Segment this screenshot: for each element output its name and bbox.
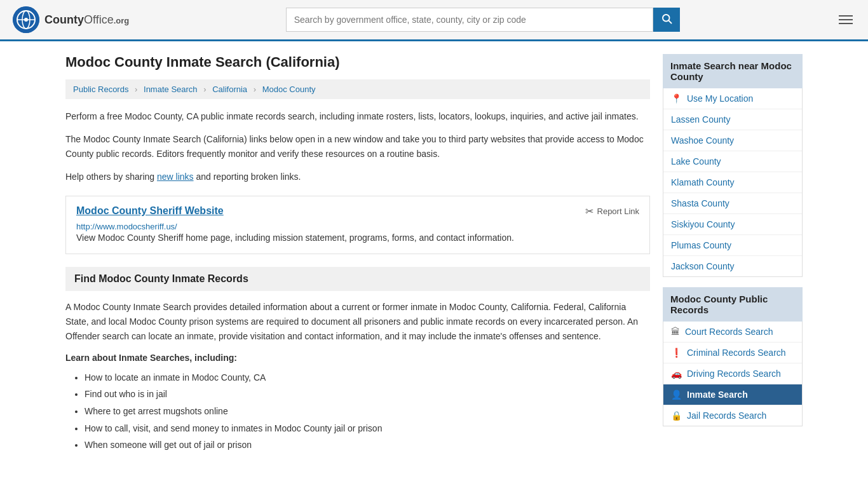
link-card-header: Modoc County Sheriff Website ✂ Report Li… — [76, 205, 639, 217]
link-url[interactable]: http://www.modocsheriff.us/ — [76, 222, 177, 231]
sidebar-item-driving-records[interactable]: 🚗 Driving Records Search — [663, 363, 802, 384]
sidebar-item-criminal-records[interactable]: ❗ Criminal Records Search — [663, 342, 802, 363]
use-location-link[interactable]: Use My Location — [687, 93, 753, 104]
jail-icon: 🔒 — [671, 410, 682, 421]
page-title: Modoc County Inmate Search (California) — [65, 54, 650, 71]
inmate-search-link[interactable]: Inmate Search — [687, 390, 748, 400]
link-card-title[interactable]: Modoc County Sheriff Website — [76, 205, 224, 217]
sidebar-item-lassen[interactable]: Lassen County — [663, 109, 802, 130]
sidebar-item-use-location[interactable]: 📍 Use My Location — [663, 88, 802, 109]
bullet-list: How to locate an inmate in Modoc County,… — [65, 369, 650, 454]
report-link-button[interactable]: ✂ Report Link — [585, 205, 639, 217]
menu-line — [839, 15, 853, 17]
sidebar-inmate-list: 📍 Use My Location Lassen County Washoe C… — [663, 88, 803, 277]
breadcrumb-sep: › — [203, 85, 206, 94]
inmate-icon: 👤 — [671, 390, 682, 400]
driving-icon: 🚗 — [671, 369, 682, 379]
bullet-item: When someone will get out of jail or pri… — [85, 437, 650, 454]
new-links-link[interactable]: new links — [157, 172, 194, 182]
bullet-item: Find out who is in jail — [85, 386, 650, 403]
sidebar-public-records-header: Modoc County Public Records — [663, 287, 803, 322]
lassen-county-link[interactable]: Lassen County — [671, 114, 730, 125]
shasta-county-link[interactable]: Shasta County — [671, 198, 729, 208]
breadcrumb-sep: › — [135, 85, 137, 94]
jail-records-link[interactable]: Jail Records Search — [687, 410, 766, 421]
lake-county-link[interactable]: Lake County — [671, 156, 721, 166]
svg-line-6 — [668, 20, 671, 23]
bullet-item: How to call, visit, and send money to in… — [85, 420, 650, 437]
sidebar-item-lake[interactable]: Lake County — [663, 151, 802, 172]
find-section-header: Find Modoc County Inmate Records — [65, 267, 650, 291]
main-container: Modoc County Inmate Search (California) … — [53, 41, 815, 466]
report-icon: ✂ — [585, 205, 593, 217]
court-records-link[interactable]: Court Records Search — [685, 327, 773, 337]
intro-paragraph-2: The Modoc County Inmate Search (Californ… — [65, 132, 650, 161]
share-before: Help others by sharing — [65, 172, 157, 182]
sidebar-inmate-section: Inmate Search near Modoc County 📍 Use My… — [663, 54, 803, 277]
klamath-county-link[interactable]: Klamath County — [671, 177, 735, 187]
report-label: Report Link — [597, 207, 639, 216]
breadcrumb-california[interactable]: California — [212, 85, 247, 94]
search-input[interactable] — [286, 8, 653, 32]
link-card: Modoc County Sheriff Website ✂ Report Li… — [65, 196, 650, 254]
sidebar-inmate-header: Inmate Search near Modoc County — [663, 54, 803, 88]
driving-records-link[interactable]: Driving Records Search — [687, 369, 781, 379]
sidebar-public-records-list: 🏛 Court Records Search ❗ Criminal Record… — [663, 322, 803, 426]
bullet-item: How to locate an inmate in Modoc County,… — [85, 369, 650, 386]
sidebar-item-shasta[interactable]: Shasta County — [663, 193, 802, 214]
location-icon: 📍 — [671, 93, 682, 104]
sidebar-item-jackson[interactable]: Jackson County — [663, 256, 802, 276]
intro-paragraph-1: Perform a free Modoc County, CA public i… — [65, 109, 650, 123]
menu-line — [839, 23, 853, 24]
sidebar-item-plumas[interactable]: Plumas County — [663, 235, 802, 256]
learn-title: Learn about Inmate Searches, including: — [65, 353, 650, 363]
logo-icon — [13, 6, 39, 33]
link-description: View Modoc County Sheriff home page, inc… — [76, 231, 639, 245]
plumas-county-link[interactable]: Plumas County — [671, 240, 731, 250]
sidebar-item-washoe[interactable]: Washoe County — [663, 130, 802, 151]
find-section-body: A Modoc County Inmate Search provides de… — [65, 300, 650, 344]
breadcrumb-sep: › — [254, 85, 256, 94]
logo-area: CountyOffice.org — [13, 6, 129, 33]
svg-point-4 — [24, 18, 28, 22]
sidebar-item-inmate-search[interactable]: 👤 Inmate Search — [663, 384, 802, 405]
siskiyou-county-link[interactable]: Siskiyou County — [671, 219, 735, 229]
share-after: and reporting broken links. — [194, 172, 301, 182]
sidebar-item-jail-records[interactable]: 🔒 Jail Records Search — [663, 405, 802, 426]
menu-line — [839, 19, 853, 20]
breadcrumb-inmate-search[interactable]: Inmate Search — [144, 85, 198, 94]
court-icon: 🏛 — [671, 327, 680, 337]
breadcrumb: Public Records › Inmate Search › Califor… — [65, 79, 650, 99]
content-area: Modoc County Inmate Search (California) … — [65, 54, 650, 454]
washoe-county-link[interactable]: Washoe County — [671, 135, 734, 146]
search-button[interactable] — [653, 8, 680, 32]
menu-button[interactable] — [836, 13, 855, 27]
criminal-records-link[interactable]: Criminal Records Search — [687, 348, 786, 358]
bullet-item: Where to get arrest mugshots online — [85, 403, 650, 420]
share-text: Help others by sharing new links and rep… — [65, 170, 650, 184]
sidebar-item-klamath[interactable]: Klamath County — [663, 172, 802, 193]
breadcrumb-modoc-county[interactable]: Modoc County — [262, 85, 316, 94]
sidebar-public-records-section: Modoc County Public Records 🏛 Court Reco… — [663, 287, 803, 426]
find-section-title: Find Modoc County Inmate Records — [74, 273, 248, 284]
site-header: CountyOffice.org — [0, 0, 868, 41]
criminal-icon: ❗ — [671, 348, 682, 358]
jackson-county-link[interactable]: Jackson County — [671, 261, 735, 271]
sidebar-item-siskiyou[interactable]: Siskiyou County — [663, 214, 802, 235]
breadcrumb-public-records[interactable]: Public Records — [73, 85, 128, 94]
sidebar: Inmate Search near Modoc County 📍 Use My… — [663, 54, 803, 454]
search-area — [286, 8, 680, 32]
sidebar-item-court-records[interactable]: 🏛 Court Records Search — [663, 322, 802, 342]
logo-text: CountyOffice.org — [44, 13, 129, 27]
